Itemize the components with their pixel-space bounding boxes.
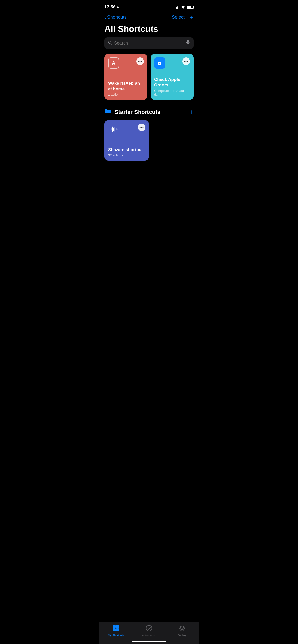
section-title: Starter Shortcuts (115, 109, 160, 115)
status-time: 17:56 ➤ (104, 5, 119, 10)
card-content: Shazam shortcut 32 actions (108, 147, 145, 157)
my-shortcuts-grid: A ••• Wake itsAebian at home 1 action ••… (99, 54, 199, 106)
section-title-group: Starter Shortcuts (104, 108, 160, 116)
shortcut-card-wake-itsaebian[interactable]: A ••• Wake itsAebian at home 1 action (104, 54, 147, 100)
more-options-button[interactable]: ••• (136, 57, 144, 65)
app-store-icon (154, 57, 165, 69)
card-content: Wake itsAebian at home 1 action (108, 81, 144, 96)
chevron-left-icon: ‹ (104, 14, 106, 20)
ellipsis-icon: ••• (138, 60, 142, 63)
more-options-button[interactable]: ••• (182, 57, 190, 65)
shortcut-subtitle: Überprüfe den Status d... (154, 89, 190, 96)
waveform-icon (108, 124, 119, 135)
page-title: All Shortcuts (99, 23, 199, 37)
select-button[interactable]: Select (172, 14, 185, 20)
more-options-button[interactable]: ••• (138, 124, 145, 131)
shortcut-subtitle: 1 action (108, 93, 144, 96)
card-top: ••• (154, 57, 190, 69)
nav-actions: Select + (172, 14, 194, 20)
svg-rect-2 (187, 40, 189, 43)
starter-shortcuts-section-header: Starter Shortcuts + (99, 106, 199, 120)
back-button[interactable]: ‹ Shortcuts (104, 14, 127, 20)
svg-line-1 (111, 43, 112, 45)
add-to-section-button[interactable]: + (190, 108, 194, 116)
ellipsis-icon: ••• (184, 60, 188, 63)
back-label: Shortcuts (107, 14, 127, 20)
shortcut-title: Wake itsAebian at home (108, 81, 144, 92)
status-icons (175, 5, 194, 9)
folder-icon (104, 108, 112, 116)
letter-a-icon: A (108, 57, 119, 69)
card-content: Check Apple Orders... Überprüfe den Stat… (154, 77, 190, 96)
battery-icon (187, 6, 194, 9)
microphone-icon[interactable] (186, 40, 190, 46)
status-bar: 17:56 ➤ (99, 0, 199, 13)
add-shortcut-button[interactable]: + (190, 14, 194, 20)
wifi-icon (181, 5, 185, 9)
card-top: A ••• (108, 57, 144, 69)
time-display: 17:56 (104, 5, 115, 10)
shortcut-card-shazam[interactable]: ••• Shazam shortcut 32 actions (104, 120, 149, 161)
nav-bar: ‹ Shortcuts Select + (99, 13, 199, 23)
location-icon: ➤ (116, 5, 119, 9)
shortcut-subtitle: 32 actions (108, 153, 145, 157)
shortcut-card-check-apple-orders[interactable]: ••• Check Apple Orders... Überprüfe den … (151, 54, 194, 100)
search-bar[interactable] (104, 37, 194, 49)
shortcut-title: Check Apple Orders... (154, 77, 190, 88)
starter-shortcuts-grid: ••• Shazam shortcut 32 actions (99, 120, 199, 167)
search-input[interactable] (114, 41, 184, 46)
shortcut-title: Shazam shortcut (108, 147, 145, 153)
ellipsis-icon: ••• (139, 126, 144, 129)
signal-icon (175, 5, 179, 9)
search-icon (108, 41, 112, 46)
card-top: ••• (108, 124, 145, 135)
